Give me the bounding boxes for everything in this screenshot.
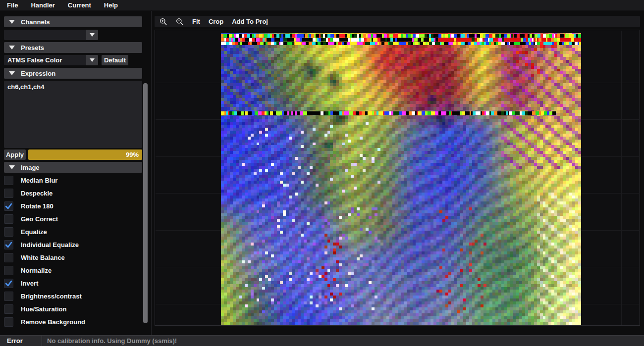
chevron-down-icon <box>90 58 95 62</box>
image-viewport[interactable] <box>155 30 640 326</box>
image-option-row: Brightness/contrast <box>4 291 143 301</box>
checkbox-checked[interactable] <box>4 240 13 249</box>
image-option-row: Median Blur <box>4 175 143 186</box>
sidebar-scrollbar[interactable] <box>143 83 148 323</box>
expression-section-header[interactable]: Expression <box>4 68 142 79</box>
expression-header-label: Expression <box>21 70 55 77</box>
channels-header-label: Channels <box>21 18 50 26</box>
checkmark-icon <box>4 279 13 288</box>
image-option-row: Rotate 180 <box>4 201 143 211</box>
channels-section-header[interactable]: Channels <box>4 16 142 27</box>
image-option-label: Equalize <box>21 228 47 236</box>
preset-combo-arrow-button[interactable] <box>86 55 98 65</box>
progress-label: 99% <box>126 151 139 158</box>
default-button[interactable]: Default <box>102 55 128 65</box>
menu-item-handler[interactable]: Handler <box>31 1 54 9</box>
checkbox-unchecked[interactable] <box>4 317 13 327</box>
image-option-row: Normalize <box>4 265 143 276</box>
chevron-down-icon <box>90 33 95 37</box>
add-to-proj-button[interactable]: Add To Proj <box>232 18 268 25</box>
image-option-label: Normalize <box>21 267 52 274</box>
panel-divider <box>151 11 152 335</box>
channels-combo[interactable] <box>4 30 98 40</box>
image-option-row: Equalize <box>4 227 143 237</box>
image-option-label: Geo Correct <box>21 215 58 223</box>
image-option-row: Individual Equalize <box>4 240 143 250</box>
image-header-label: Image <box>21 164 40 171</box>
status-level-badge: Error <box>0 337 42 345</box>
image-option-row: Invert <box>4 278 143 289</box>
menu-item-file[interactable]: File <box>7 1 18 9</box>
collapse-arrow-icon <box>9 71 15 75</box>
channels-combo-arrow-button[interactable] <box>86 30 98 40</box>
checkbox-unchecked[interactable] <box>4 266 13 275</box>
image-option-row: White Balance <box>4 252 143 263</box>
image-option-label: Despeckle <box>21 190 53 197</box>
image-option-label: Invert <box>21 280 38 287</box>
image-option-row: Despeckle <box>4 188 143 198</box>
image-option-label: Brightness/contrast <box>21 293 82 300</box>
status-message: No calibration info. Using Dummy (ssmis)… <box>42 337 177 345</box>
zoom-out-icon <box>176 18 184 26</box>
image-option-label: Hue/Saturation <box>21 305 66 313</box>
checkbox-unchecked[interactable] <box>4 214 13 224</box>
checkbox-unchecked[interactable] <box>4 189 13 198</box>
collapse-arrow-icon <box>9 20 15 24</box>
presets-header-label: Presets <box>21 44 44 51</box>
presets-section-header[interactable]: Presets <box>4 42 142 53</box>
crop-button[interactable]: Crop <box>209 18 223 25</box>
image-section-header[interactable]: Image <box>4 162 142 173</box>
checkbox-unchecked[interactable] <box>4 292 13 301</box>
application-window: FileHandlerCurrentHelp Channels Presets … <box>0 0 644 346</box>
menu-item-current[interactable]: Current <box>68 1 91 9</box>
preset-combo-value: ATMS False Color <box>4 56 86 64</box>
expression-input[interactable]: ch6,ch1,ch4 <box>4 81 142 148</box>
checkbox-unchecked[interactable] <box>4 253 13 262</box>
preset-combo[interactable]: ATMS False Color <box>4 55 98 65</box>
status-bar: Error No calibration info. Using Dummy (… <box>0 335 644 346</box>
image-option-row: Remove Background <box>4 317 143 327</box>
checkbox-unchecked[interactable] <box>4 227 13 237</box>
menu-item-help[interactable]: Help <box>104 1 118 9</box>
satellite-image[interactable] <box>221 33 581 325</box>
collapse-arrow-icon <box>9 46 15 49</box>
image-option-label: Individual Equalize <box>21 241 79 248</box>
image-option-label: White Balance <box>21 254 65 261</box>
progress-bar: 99% <box>28 149 142 160</box>
zoom-in-button[interactable] <box>160 18 167 26</box>
checkbox-unchecked[interactable] <box>4 176 13 185</box>
checkbox-checked[interactable] <box>4 279 13 288</box>
zoom-out-button[interactable] <box>176 18 184 26</box>
checkmark-icon <box>4 201 13 211</box>
image-option-label: Median Blur <box>21 177 57 184</box>
zoom-in-icon <box>160 18 167 26</box>
viewer-toolbar: Fit Crop Add To Proj <box>155 16 640 27</box>
image-option-row: Geo Correct <box>4 214 143 224</box>
checkbox-unchecked[interactable] <box>4 304 13 314</box>
collapse-arrow-icon <box>9 165 15 169</box>
image-option-row: Hue/Saturation <box>4 304 143 314</box>
fit-button[interactable]: Fit <box>192 18 200 25</box>
checkbox-checked[interactable] <box>4 201 13 211</box>
image-option-label: Rotate 180 <box>21 202 54 210</box>
apply-button[interactable]: Apply <box>4 149 26 160</box>
checkmark-icon <box>4 240 13 249</box>
image-option-label: Remove Background <box>21 318 85 326</box>
menu-bar: FileHandlerCurrentHelp <box>0 0 644 11</box>
viewport-gridline <box>621 31 622 325</box>
